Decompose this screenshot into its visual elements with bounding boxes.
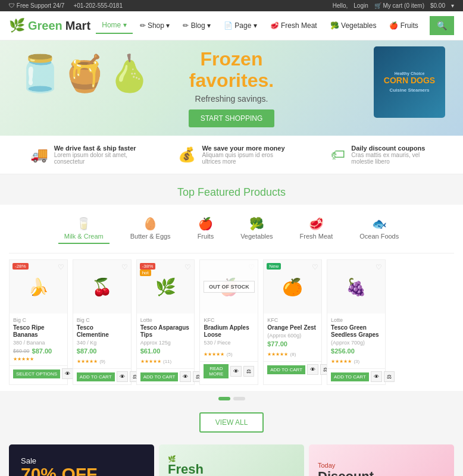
topbar-left: 🛡 Free Support 24/7 +01-202-555-0181 [9, 2, 123, 9]
product-actions: ADD TO CART 👁 ⚖ [137, 368, 195, 384]
product-price: $87.00 [77, 347, 127, 355]
wishlist-icon[interactable]: ♡ [121, 263, 128, 271]
promo-sale-text: Sale 70% OFF in this week [21, 456, 142, 476]
nav-item-vegetables[interactable]: 🥦 Vegetables [324, 18, 383, 33]
product-name[interactable]: Tesco Clementine [77, 324, 127, 339]
nav-item-shop[interactable]: ✏ Shop ▾ [134, 18, 176, 33]
section-title-part1: Top Featured [177, 186, 240, 198]
cart-label[interactable]: 🛒 My cart (0 item) [374, 2, 424, 9]
tab-fruits-label: Fruits [198, 233, 214, 240]
hero-cta-button[interactable]: START SHOPPING [189, 109, 275, 127]
feature-savings: 💰 We save your more money Aliquam quis i… [157, 145, 305, 165]
read-more-button[interactable]: READ MORE [204, 364, 229, 378]
product-name[interactable]: Bradium Apples Loose [204, 324, 254, 339]
product-card: -38% hot ♡ 🌿 Lotte Tesco Asparagus Tips … [136, 259, 195, 385]
login-link[interactable]: Login [353, 2, 368, 9]
logo[interactable]: 🌿 GreenMart [9, 18, 90, 33]
product-actions: ADD TO CART 👁 ⚖ [73, 368, 131, 384]
hero-banner: 🫙🍯🍐 Frozen favorites. Refreshing savings… [0, 40, 463, 136]
tab-fruits[interactable]: 🍎 Fruits [192, 214, 220, 244]
compare-icon[interactable]: ⚖ [243, 366, 254, 377]
nav-item-fresh-meat[interactable]: 🥩 Fresh Meat [264, 18, 323, 33]
promo-discount-card[interactable]: Today Discount SHOP NOW › [309, 444, 454, 476]
corn-box: Healthy Choice CORN DOGS Cuisine Steamer… [374, 46, 445, 118]
review-count: (9) [99, 359, 105, 364]
add-to-cart-button[interactable]: ADD TO CART [140, 372, 179, 381]
product-vendor: Lotte [331, 317, 381, 323]
product-unit: 340 / Kg [77, 340, 127, 346]
tab-butter-eggs[interactable]: 🥚 Butter & Eggs [124, 214, 177, 244]
section-title-part2: Products [243, 186, 286, 198]
tab-milk-cream[interactable]: 🥛 Milk & Cream [58, 214, 110, 244]
add-to-cart-button[interactable]: ADD TO CART [331, 372, 369, 381]
product-name[interactable]: Orange Peel Zest [267, 324, 318, 331]
products-section: -28% ♡ 🍌 Big C Tesco Ripe Bananas 380 / … [0, 253, 463, 391]
product-info: Lotte Tesco Green Seedless Grapes (Appro… [327, 314, 385, 368]
meat-icon: 🥩 [300, 217, 333, 231]
dot-2[interactable] [233, 397, 245, 400]
price-new: $87.00 [32, 347, 52, 355]
product-info: Lotte Tesco Asparagus Tips Approx 125g $… [137, 314, 195, 368]
nav-item-fruits[interactable]: 🍎 Fruits [383, 18, 424, 33]
support-label: 🛡 Free Support 24/7 [9, 2, 64, 9]
view-all-button[interactable]: VIEW ALL [199, 412, 264, 433]
nav-item-home[interactable]: Home ▾ [96, 17, 132, 34]
product-unit: Approx 125g [140, 340, 191, 346]
product-image: -38% hot ♡ 🌿 [137, 260, 195, 314]
tab-vegetables[interactable]: 🥦 Vegetables [234, 214, 279, 244]
product-info: KFC Orange Peel Zest (Approx 600g) $77.0… [264, 314, 321, 361]
product-actions: ADD TO CART 👁 ⚖ [327, 368, 385, 384]
quick-view-icon[interactable]: 👁 [371, 371, 382, 382]
topbar: 🛡 Free Support 24/7 +01-202-555-0181 Hel… [0, 0, 463, 11]
product-badge: -28% [12, 263, 29, 270]
select-options-button[interactable]: SELECT OPTIONS [13, 369, 60, 378]
dot-1[interactable] [218, 397, 230, 400]
add-to-cart-button[interactable]: ADD TO CART [77, 372, 115, 381]
wishlist-icon[interactable]: ♡ [312, 263, 318, 271]
product-image-emoji: 🍊 [282, 277, 303, 297]
product-stars-row: ★★★★★ (3) [331, 356, 381, 365]
feature-coupons: 🏷 Daily discount coupons Cras mattis ex … [306, 145, 454, 165]
product-info: Big C Tesco Clementine 340 / Kg $87.00 ★… [73, 314, 131, 368]
promo-fresh-card[interactable]: 🌿 Fresh Life SHOP NOW › [159, 444, 304, 476]
box-brand: Healthy Choice [395, 71, 425, 76]
product-stars-row: ★★★★★ (9) [77, 356, 127, 365]
nav-item-blog[interactable]: ✏ Blog ▾ [177, 18, 217, 33]
hero-title: Frozen favorites. [189, 49, 275, 90]
product-stars-row: ★★★★★ (8) [267, 349, 318, 358]
tab-ocean-foods[interactable]: 🐟 Ocean Foods [353, 214, 405, 244]
fish-icon: 🐟 [359, 217, 399, 231]
product-vendor: Big C [13, 317, 64, 323]
feature-coupons-title: Daily discount coupons [351, 145, 428, 152]
wishlist-icon[interactable]: ♡ [376, 263, 382, 271]
wishlist-icon[interactable]: ♡ [184, 263, 191, 271]
product-stars-row: ★★★★★ (11) [140, 356, 191, 365]
promo-sale-card[interactable]: Sale 70% OFF in this week 🧺 🥦🍅🥕 [9, 444, 154, 476]
add-to-cart-button[interactable]: ADD TO CART [267, 365, 305, 374]
tab-butter-label: Butter & Eggs [130, 233, 171, 240]
review-count: (3) [353, 359, 359, 364]
search-button[interactable]: 🔍 [430, 16, 454, 35]
product-image: ♡ 🍒 [73, 260, 131, 314]
compare-icon[interactable]: ⚖ [384, 371, 395, 382]
wishlist-icon[interactable]: ♡ [58, 263, 64, 271]
product-image-emoji: 🍒 [92, 277, 112, 297]
hero-subtitle: Refreshing savings. [189, 94, 275, 104]
nav-item-page[interactable]: 📄 Page ▾ [218, 18, 263, 33]
box-subtitle: Cuisine Steamers [389, 87, 429, 93]
quick-view-icon[interactable]: 👁 [230, 366, 242, 377]
tab-fresh-meat[interactable]: 🥩 Fresh Meat [294, 214, 339, 244]
product-vendor: KFC [204, 317, 254, 323]
quick-view-icon[interactable]: 👁 [307, 364, 318, 375]
quick-view-icon[interactable]: 👁 [117, 371, 128, 382]
quick-view-icon[interactable]: 👁 [180, 371, 191, 382]
product-image: New ♡ 🍊 [264, 260, 321, 314]
product-name[interactable]: Tesco Asparagus Tips [140, 324, 191, 339]
product-name[interactable]: Tesco Ripe Bananas [13, 324, 64, 339]
fruit-icon: 🍎 [198, 217, 214, 231]
product-vendor: KFC [267, 317, 318, 323]
quick-view-icon[interactable]: 👁 [62, 368, 73, 379]
product-name[interactable]: Tesco Green Seedless Grapes [331, 324, 381, 339]
feature-savings-text: We save your more money Aliquam quis ips… [202, 145, 284, 165]
product-price: $60.00 $87.00 [13, 347, 64, 355]
